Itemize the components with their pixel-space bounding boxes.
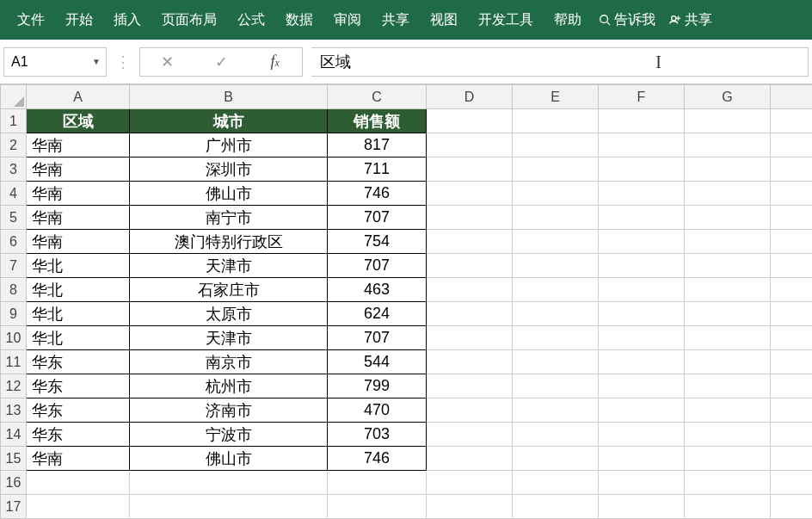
cell-F16[interactable]: [599, 471, 685, 495]
cell-C12[interactable]: 799: [328, 374, 427, 399]
row-header-2[interactable]: 2: [1, 133, 27, 158]
cell-C9[interactable]: 624: [328, 302, 427, 326]
cell-A14[interactable]: 华东: [27, 423, 130, 447]
cell-H16[interactable]: [771, 471, 813, 495]
ribbon-tab-layout[interactable]: 页面布局: [151, 0, 227, 40]
tell-me-search[interactable]: 告诉我: [592, 11, 662, 29]
cell-D7[interactable]: [427, 254, 513, 278]
cell-E8[interactable]: [513, 278, 599, 302]
cell-H4[interactable]: [771, 182, 813, 206]
cell-D14[interactable]: [427, 423, 513, 447]
cell-F14[interactable]: [599, 423, 685, 447]
cell-E13[interactable]: [513, 399, 599, 423]
cell-F6[interactable]: [599, 230, 685, 254]
cell-G7[interactable]: [685, 254, 771, 278]
accept-formula-button[interactable]: ✓: [194, 53, 249, 71]
cell-H10[interactable]: [771, 326, 813, 350]
cell-G15[interactable]: [685, 447, 771, 471]
cell-G16[interactable]: [685, 471, 771, 495]
cell-F4[interactable]: [599, 182, 685, 206]
cell-H2[interactable]: [771, 133, 813, 158]
cell-E14[interactable]: [513, 423, 599, 447]
cell-A13[interactable]: 华东: [27, 399, 130, 423]
cell-C2[interactable]: 817: [328, 133, 427, 158]
cell-A7[interactable]: 华北: [27, 254, 130, 278]
cell-A15[interactable]: 华南: [27, 447, 130, 471]
cell-F15[interactable]: [599, 447, 685, 471]
cell-B10[interactable]: 天津市: [130, 326, 328, 350]
cell-D13[interactable]: [427, 399, 513, 423]
row-header-15[interactable]: 15: [1, 447, 27, 471]
ribbon-tab-share[interactable]: 共享: [372, 0, 420, 40]
ribbon-tab-home[interactable]: 开始: [55, 0, 103, 40]
cell-H14[interactable]: [771, 423, 813, 447]
cell-A17[interactable]: [27, 495, 130, 519]
cell-E9[interactable]: [513, 302, 599, 326]
cell-H3[interactable]: [771, 158, 813, 182]
cell-E15[interactable]: [513, 447, 599, 471]
ribbon-tab-help[interactable]: 帮助: [544, 0, 592, 40]
cell-E3[interactable]: [513, 158, 599, 182]
cell-A2[interactable]: 华南: [27, 133, 130, 158]
cell-F11[interactable]: [599, 350, 685, 374]
cell-A8[interactable]: 华北: [27, 278, 130, 302]
cell-C10[interactable]: 707: [328, 326, 427, 350]
cell-A16[interactable]: [27, 471, 130, 495]
cell-D10[interactable]: [427, 326, 513, 350]
cell-B1[interactable]: 城市: [130, 109, 328, 133]
row-header-11[interactable]: 11: [1, 350, 27, 374]
cell-F13[interactable]: [599, 399, 685, 423]
cell-C15[interactable]: 746: [328, 447, 427, 471]
col-header-overflow[interactable]: [771, 85, 813, 109]
cell-C4[interactable]: 746: [328, 182, 427, 206]
cell-H11[interactable]: [771, 350, 813, 374]
row-header-17[interactable]: 17: [1, 495, 27, 519]
cell-D6[interactable]: [427, 230, 513, 254]
cell-D11[interactable]: [427, 350, 513, 374]
cell-H13[interactable]: [771, 399, 813, 423]
cell-F12[interactable]: [599, 374, 685, 399]
cell-H17[interactable]: [771, 495, 813, 519]
cell-B11[interactable]: 南京市: [130, 350, 328, 374]
cell-E2[interactable]: [513, 133, 599, 158]
cell-B13[interactable]: 济南市: [130, 399, 328, 423]
cell-C14[interactable]: 703: [328, 423, 427, 447]
row-header-4[interactable]: 4: [1, 182, 27, 206]
cell-B2[interactable]: 广州市: [130, 133, 328, 158]
cell-D5[interactable]: [427, 206, 513, 230]
cell-G10[interactable]: [685, 326, 771, 350]
cell-D16[interactable]: [427, 471, 513, 495]
cell-G6[interactable]: [685, 230, 771, 254]
cell-B9[interactable]: 太原市: [130, 302, 328, 326]
col-header-F[interactable]: F: [599, 85, 685, 109]
cell-E4[interactable]: [513, 182, 599, 206]
ribbon-tab-formulas[interactable]: 公式: [227, 0, 275, 40]
cell-G8[interactable]: [685, 278, 771, 302]
cell-A10[interactable]: 华北: [27, 326, 130, 350]
row-header-3[interactable]: 3: [1, 158, 27, 182]
col-header-C[interactable]: C: [328, 85, 427, 109]
cell-E5[interactable]: [513, 206, 599, 230]
row-header-8[interactable]: 8: [1, 278, 27, 302]
row-header-5[interactable]: 5: [1, 206, 27, 230]
ribbon-tab-view[interactable]: 视图: [420, 0, 468, 40]
cell-A1[interactable]: 区域: [27, 109, 130, 133]
cell-G14[interactable]: [685, 423, 771, 447]
row-header-7[interactable]: 7: [1, 254, 27, 278]
row-header-6[interactable]: 6: [1, 230, 27, 254]
row-header-16[interactable]: 16: [1, 471, 27, 495]
cell-C16[interactable]: [328, 471, 427, 495]
cell-B17[interactable]: [130, 495, 328, 519]
row-header-9[interactable]: 9: [1, 302, 27, 326]
cell-D1[interactable]: [427, 109, 513, 133]
cell-F9[interactable]: [599, 302, 685, 326]
cell-E12[interactable]: [513, 374, 599, 399]
ribbon-tab-dev[interactable]: 开发工具: [468, 0, 544, 40]
cell-E11[interactable]: [513, 350, 599, 374]
col-header-B[interactable]: B: [130, 85, 328, 109]
cell-G9[interactable]: [685, 302, 771, 326]
col-header-D[interactable]: D: [427, 85, 513, 109]
cell-B14[interactable]: 宁波市: [130, 423, 328, 447]
row-header-14[interactable]: 14: [1, 423, 27, 447]
cell-A3[interactable]: 华南: [27, 158, 130, 182]
